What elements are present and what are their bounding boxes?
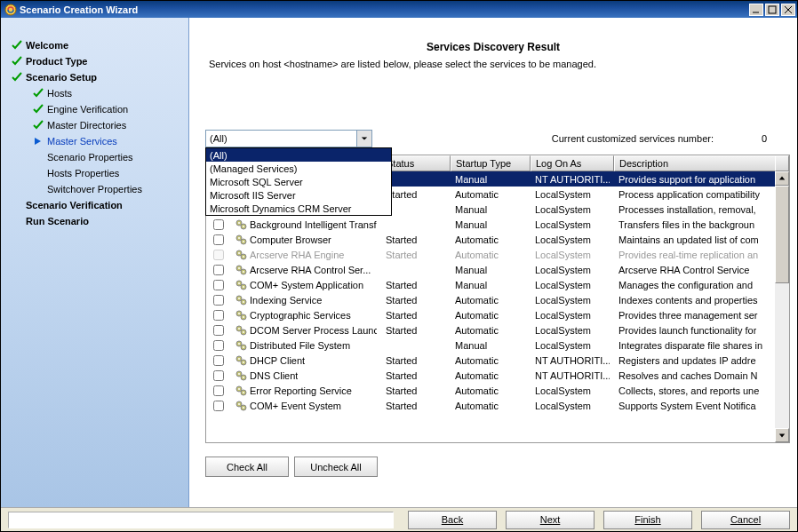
- cell-status: Started: [386, 280, 417, 290]
- gear-icon: [235, 294, 248, 306]
- service-name: Error Reporting Service: [250, 385, 352, 396]
- service-row[interactable]: Arcserve RHA EngineStartedAutomaticLocal…: [206, 247, 789, 262]
- sidebar-item-scenario-properties[interactable]: Scenario Properties: [10, 149, 183, 165]
- app-icon: [4, 3, 17, 16]
- service-checkbox[interactable]: [213, 355, 224, 366]
- next-button[interactable]: Next: [506, 511, 595, 529]
- cell-logon: LocalSystem: [535, 250, 591, 260]
- sidebar-item-switchover-properties[interactable]: Switchover Properties: [10, 181, 183, 197]
- service-checkbox[interactable]: [213, 340, 224, 351]
- service-name: COM+ System Application: [250, 280, 363, 290]
- service-name: Arcserve RHA Control Ser...: [250, 265, 371, 275]
- service-checkbox[interactable]: [213, 234, 224, 245]
- cell-status: Started: [386, 295, 417, 306]
- cell-startup: Manual: [455, 204, 487, 215]
- service-row[interactable]: Indexing ServiceStartedAutomaticLocalSys…: [206, 292, 789, 307]
- minimize-button[interactable]: [749, 4, 763, 16]
- back-button[interactable]: Back: [408, 511, 497, 529]
- cell-desc: Process application compatibility: [618, 189, 760, 200]
- service-checkbox[interactable]: [213, 219, 224, 230]
- col-logon-as[interactable]: Log On As: [531, 155, 614, 171]
- filter-option[interactable]: Microsoft Dynamics CRM Server: [206, 202, 391, 215]
- status-area: [8, 512, 394, 528]
- service-checkbox[interactable]: [213, 325, 224, 336]
- maximize-button[interactable]: [765, 4, 779, 16]
- vertical-scrollbar[interactable]: [775, 171, 789, 442]
- filter-option[interactable]: (All): [206, 148, 391, 162]
- service-row[interactable]: Background Intelligent Transfer ...Manua…: [206, 217, 789, 232]
- sidebar-item-master-services[interactable]: Master Services: [10, 133, 183, 149]
- cancel-button[interactable]: Cancel: [701, 511, 790, 529]
- sidebar-item-label: Master Services: [47, 136, 117, 147]
- col-startup-type[interactable]: Startup Type: [451, 155, 531, 171]
- service-row[interactable]: Arcserve RHA Control Ser...ManualLocalSy…: [206, 262, 789, 277]
- svg-point-53: [243, 361, 244, 363]
- scrollbar-thumb[interactable]: [775, 186, 789, 283]
- sidebar-item-welcome[interactable]: Welcome: [10, 37, 183, 53]
- sidebar-item-scenario-verification[interactable]: Scenario Verification: [10, 197, 183, 213]
- col-description[interactable]: Description: [614, 155, 775, 171]
- service-name: COM+ Event System: [250, 401, 341, 411]
- service-row[interactable]: Distributed File SystemManualLocalSystem…: [206, 337, 789, 353]
- service-checkbox[interactable]: [213, 250, 224, 260]
- service-checkbox[interactable]: [213, 280, 224, 290]
- sidebar-item-master-directories[interactable]: Master Directories: [10, 117, 183, 133]
- gear-icon: [235, 218, 248, 231]
- cell-status: Started: [386, 401, 417, 411]
- check-all-button[interactable]: Check All: [205, 457, 289, 477]
- svg-point-17: [243, 226, 244, 227]
- cell-desc: Integrates disparate file shares in: [618, 340, 762, 351]
- service-checkbox[interactable]: [213, 265, 224, 275]
- service-row[interactable]: Cryptographic ServicesStartedAutomaticLo…: [206, 307, 789, 322]
- cell-status: Started: [386, 385, 417, 396]
- sidebar-item-scenario-setup[interactable]: Scenario Setup: [10, 69, 183, 85]
- service-name: Arcserve RHA Engine: [250, 250, 344, 260]
- service-checkbox[interactable]: [213, 310, 224, 321]
- service-row[interactable]: Error Reporting ServiceStartedAutomaticL…: [206, 383, 789, 398]
- service-checkbox[interactable]: [213, 295, 224, 306]
- cell-desc: Transfers files in the backgroun: [618, 219, 754, 230]
- sidebar-item-run-scenario[interactable]: Run Scenario: [10, 213, 183, 229]
- service-row[interactable]: DCOM Server Process LauncherStartedAutom…: [206, 322, 789, 337]
- gear-icon: [235, 279, 248, 291]
- scroll-down-icon[interactable]: [775, 428, 789, 442]
- wizard-footer: Back Next Finish Cancel: [1, 507, 797, 531]
- counter-value: 0: [714, 133, 770, 144]
- main-panel: Services Discovery Result Services on ho…: [189, 18, 797, 507]
- sidebar-item-hosts-properties[interactable]: Hosts Properties: [10, 165, 183, 181]
- sidebar-item-engine-verification[interactable]: Engine Verification: [10, 101, 183, 117]
- filter-option[interactable]: Microsoft IIS Server: [206, 188, 391, 202]
- filter-combobox[interactable]: (All): [205, 130, 372, 147]
- filter-selected-value: (All): [206, 131, 356, 147]
- cell-startup: Manual: [455, 174, 487, 185]
- sidebar-item-hosts[interactable]: Hosts: [10, 85, 183, 101]
- service-checkbox[interactable]: [213, 370, 224, 381]
- service-row[interactable]: COM+ Event SystemStartedAutomaticLocalSy…: [206, 398, 789, 413]
- finish-button[interactable]: Finish: [603, 511, 692, 529]
- service-checkbox[interactable]: [213, 401, 224, 411]
- cell-logon: LocalSystem: [535, 295, 591, 306]
- cell-logon: NT AUTHORITI...: [535, 370, 610, 381]
- close-button[interactable]: [781, 4, 795, 16]
- svg-point-64: [238, 403, 240, 405]
- cell-startup: Automatic: [455, 401, 499, 411]
- service-row[interactable]: DNS ClientStartedAutomaticNT AUTHORITI..…: [206, 368, 789, 383]
- filter-option[interactable]: Microsoft SQL Server: [206, 175, 391, 188]
- scroll-up-icon[interactable]: [775, 171, 789, 186]
- service-name: Computer Browser: [250, 234, 331, 245]
- filter-option[interactable]: (Managed Services): [206, 162, 391, 175]
- page-description: Services on host <hostname> are listed b…: [205, 59, 781, 82]
- cell-startup: Automatic: [455, 295, 499, 306]
- svg-point-16: [238, 222, 240, 224]
- chevron-down-icon[interactable]: [356, 131, 371, 147]
- uncheck-all-button[interactable]: Uncheck All: [294, 457, 378, 477]
- sidebar-item-product-type[interactable]: Product Type: [10, 53, 183, 69]
- service-row[interactable]: DHCP ClientStartedAutomaticNT AUTHORITI.…: [206, 353, 789, 368]
- cell-logon: LocalSystem: [535, 385, 591, 396]
- service-checkbox[interactable]: [213, 385, 224, 396]
- service-row[interactable]: Computer BrowserStartedAutomaticLocalSys…: [206, 232, 789, 247]
- wizard-sidebar: WelcomeProduct TypeScenario SetupHostsEn…: [1, 18, 189, 507]
- filter-dropdown[interactable]: (All)(Managed Services)Microsoft SQL Ser…: [205, 147, 392, 216]
- service-row[interactable]: COM+ System ApplicationStartedManualLoca…: [206, 277, 789, 292]
- cell-startup: Automatic: [455, 385, 499, 396]
